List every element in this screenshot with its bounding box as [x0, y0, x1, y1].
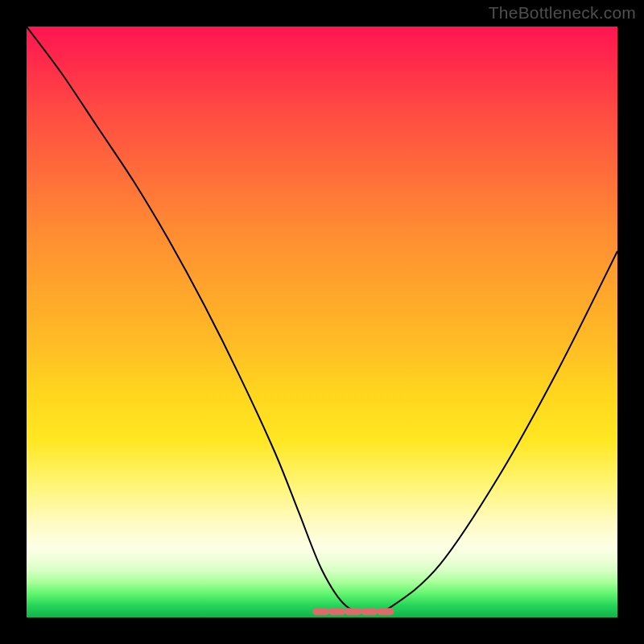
- chart-stage: TheBottleneck.com: [0, 0, 644, 644]
- bottleneck-curve: [27, 27, 617, 612]
- watermark-text: TheBottleneck.com: [489, 3, 636, 23]
- plot-area: [27, 27, 617, 617]
- curve-svg: [27, 27, 617, 617]
